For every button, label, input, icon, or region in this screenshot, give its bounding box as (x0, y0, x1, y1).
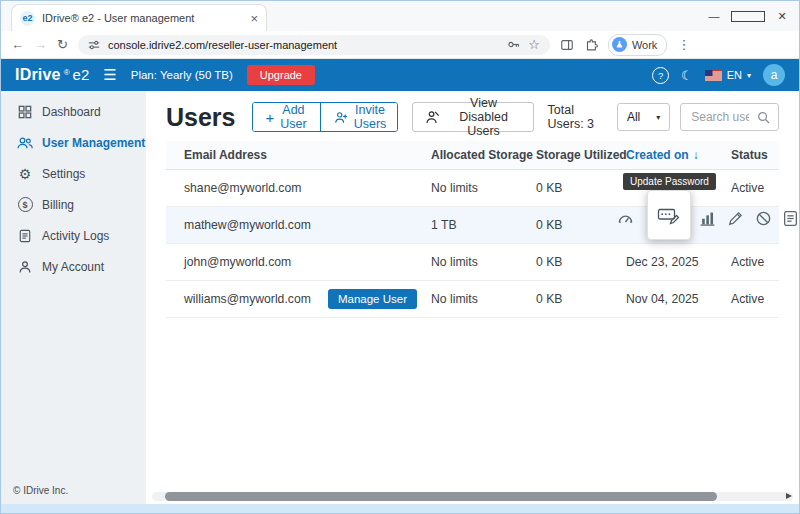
side-panel-icon[interactable] (560, 38, 574, 52)
disable-ban-icon[interactable] (755, 210, 772, 227)
sidebar-item-activity-logs[interactable]: Activity Logs (1, 220, 146, 251)
appbar-right-group: ? ☾ EN ▾ a (652, 64, 785, 86)
main-content: Users + Add User Invite Users (146, 91, 799, 504)
browser-menu-icon[interactable]: ⋮ (677, 37, 690, 52)
sidebar-item-label: Dashboard (42, 105, 101, 119)
browser-tab[interactable]: e2 IDrive® e2 - User management × (11, 4, 267, 31)
user-actions-group: + Add User Invite Users (252, 102, 398, 132)
sidebar-item-label: Activity Logs (42, 229, 109, 243)
account-avatar[interactable]: a (763, 64, 785, 86)
user-logs-file-icon[interactable] (783, 210, 800, 227)
search-box (680, 103, 779, 131)
profile-chip[interactable]: Work (608, 34, 667, 56)
col-created-sort[interactable]: Created on ↓ (626, 148, 731, 162)
col-allocated: Allocated Storage (431, 148, 536, 162)
sidebar-item-my-account[interactable]: My Account (1, 251, 146, 282)
invite-person-icon (334, 111, 348, 124)
col-utilized: Storage Utilized (536, 148, 626, 162)
sidebar-item-label: Billing (42, 198, 74, 212)
bookmark-star-icon[interactable]: ☆ (528, 37, 540, 52)
update-password-tooltip: Update Password (623, 173, 716, 190)
created-on: Nov 04, 2025 (626, 292, 731, 306)
update-password-button[interactable] (647, 190, 691, 240)
sidebar-item-dashboard[interactable]: Dashboard (1, 96, 146, 127)
table-header-row: Email Address Allocated Storage Storage … (166, 141, 779, 170)
idrive-logo: IDrive® e2 (15, 66, 89, 84)
plan-label: Plan: Yearly (50 TB) (131, 69, 233, 81)
profile-flask-icon (612, 37, 627, 52)
tab-favicon: e2 (20, 11, 35, 26)
site-info-icon[interactable] (88, 39, 100, 51)
sidebar-item-label: User Management (42, 136, 145, 150)
users-icon (17, 136, 33, 150)
user-email: shane@myworld.com (166, 181, 431, 195)
omnibox[interactable]: console.idrive2.com/reseller-user-manage… (78, 35, 550, 55)
user-dashboard-gauge-icon[interactable] (617, 210, 634, 227)
copyright-label: © IDrive Inc. (13, 485, 68, 496)
window-frame-bottom (1, 504, 799, 513)
allocated-storage: No limits (431, 181, 536, 195)
sidebar-item-user-management[interactable]: User Management (1, 127, 146, 158)
table-row[interactable]: williams@myworld.com Manage User No limi… (166, 281, 779, 318)
url-text[interactable]: console.idrive2.com/reseller-user-manage… (108, 39, 499, 51)
manage-user-button[interactable]: Manage User (328, 289, 417, 309)
allocated-storage: No limits (431, 292, 536, 306)
upgrade-button[interactable]: Upgrade (247, 65, 315, 85)
sidebar-item-label: My Account (42, 260, 104, 274)
page-toolbar: Users + Add User Invite Users (166, 101, 779, 133)
storage-utilized: 0 KB (536, 218, 626, 232)
filter-select[interactable]: All ▾ (617, 103, 670, 131)
stats-chart-icon[interactable] (699, 210, 716, 227)
invite-users-button[interactable]: Invite Users (320, 103, 398, 131)
search-input[interactable] (689, 109, 751, 125)
extensions-puzzle-icon[interactable] (584, 38, 598, 52)
update-password-icon (657, 204, 681, 226)
add-user-button[interactable]: + Add User (253, 103, 320, 131)
view-disabled-users-button[interactable]: View Disabled Users (412, 102, 534, 132)
dark-mode-moon-icon[interactable]: ☾ (681, 68, 693, 83)
forward-icon[interactable]: → (34, 38, 47, 51)
password-key-icon[interactable] (507, 38, 520, 51)
scrollbar-thumb[interactable] (165, 492, 717, 501)
page-title: Users (166, 103, 236, 132)
sidebar-item-label: Settings (42, 167, 85, 181)
help-icon[interactable]: ? (652, 67, 669, 84)
sort-down-icon: ↓ (693, 148, 699, 162)
minimize-button[interactable]: — (697, 1, 731, 31)
plus-icon: + (266, 110, 275, 125)
sidebar-item-billing[interactable]: $ Billing (1, 189, 146, 220)
reload-icon[interactable]: ↻ (57, 38, 68, 51)
sidebar: Dashboard User Management ⚙ Settings $ (1, 91, 146, 504)
browser-window: e2 IDrive® e2 - User management × — ✕ ← … (0, 0, 800, 514)
language-selector[interactable]: EN ▾ (705, 69, 751, 81)
maximize-button[interactable] (731, 1, 765, 31)
billing-dollar-icon: $ (17, 197, 33, 212)
allocated-storage: No limits (431, 255, 536, 269)
horizontal-scrollbar[interactable] (152, 492, 793, 501)
allocated-storage: 1 TB (431, 218, 536, 232)
disabled-user-icon (425, 110, 440, 124)
table-row[interactable]: john@myworld.com No limits 0 KB Dec 23, … (166, 244, 779, 281)
back-icon[interactable]: ← (11, 38, 24, 51)
app-header: IDrive® e2 ☰ Plan: Yearly (50 TB) Upgrad… (1, 59, 799, 91)
edit-pencil-icon[interactable] (727, 210, 744, 227)
col-status: Status (731, 148, 779, 162)
profile-label: Work (632, 39, 657, 51)
tab-close-icon[interactable]: × (250, 11, 258, 26)
search-icon (757, 111, 770, 124)
close-button[interactable]: ✕ (765, 1, 799, 31)
tab-strip: e2 IDrive® e2 - User management × — ✕ (1, 1, 799, 31)
maximize-icon (731, 11, 765, 22)
menu-hamburger-icon[interactable]: ☰ (103, 66, 116, 84)
storage-utilized: 0 KB (536, 181, 626, 195)
filter-value: All (627, 110, 640, 124)
us-flag-icon (705, 70, 722, 81)
tab-title: IDrive® e2 - User management (42, 12, 243, 24)
sidebar-item-settings[interactable]: ⚙ Settings (1, 158, 146, 189)
status-label: Active (731, 181, 779, 195)
storage-utilized: 0 KB (536, 255, 626, 269)
user-email: williams@myworld.com Manage User (166, 289, 431, 309)
dashboard-icon (17, 105, 33, 119)
activity-logs-icon (17, 229, 33, 243)
scroll-right-arrow-icon[interactable] (786, 493, 792, 499)
